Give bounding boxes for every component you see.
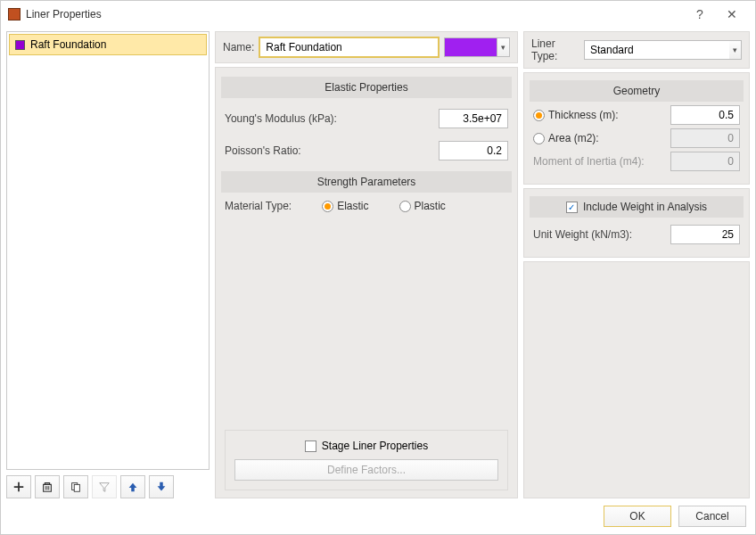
right-filler <box>523 261 750 498</box>
move-down-button[interactable] <box>149 475 174 498</box>
main-properties-panel: Elastic Properties Young's Modulus (kPa)… <box>215 67 518 498</box>
area-input <box>670 128 740 148</box>
moment-input <box>670 152 740 171</box>
liner-list[interactable]: Raft Foundation <box>6 31 210 470</box>
cancel-button[interactable]: Cancel <box>678 506 746 527</box>
unit-weight-label: Unit Weight (kN/m3): <box>533 228 632 241</box>
move-up-button[interactable] <box>120 475 145 498</box>
right-column: Liner Type: ▾ Geometry Thickness (m): Ar… <box>523 31 750 498</box>
material-elastic-radio[interactable]: Elastic <box>322 200 368 212</box>
stage-checkbox-box <box>305 440 316 452</box>
color-picker[interactable] <box>444 37 497 57</box>
thickness-input[interactable] <box>670 105 740 125</box>
help-button[interactable]: ? <box>684 7 716 21</box>
liner-type-value[interactable] <box>584 40 729 60</box>
liner-item-label: Raft Foundation <box>30 38 106 51</box>
liner-type-select[interactable]: ▾ <box>584 40 742 60</box>
color-dropdown[interactable]: ▾ <box>497 37 510 57</box>
include-weight-label: Include Weight in Analysis <box>583 201 707 213</box>
include-weight-box: ✓ <box>566 202 578 213</box>
include-weight-checkbox[interactable]: ✓ Include Weight in Analysis <box>530 196 744 218</box>
filter-button[interactable] <box>92 475 117 498</box>
liner-type-label: Liner Type: <box>531 37 579 62</box>
add-button[interactable] <box>6 475 31 498</box>
dialog-body: Raft Foundation Name: ▾ Elastic Properti… <box>1 28 755 498</box>
material-elastic-label: Elastic <box>337 200 368 212</box>
moment-label: Moment of Inertia (m4): <box>533 155 645 168</box>
material-plastic-label: Plastic <box>415 200 446 212</box>
thickness-label: Thickness (m): <box>548 109 619 121</box>
liner-color-swatch <box>15 40 25 50</box>
material-plastic-radio[interactable]: Plastic <box>399 200 446 212</box>
window-title: Liner Properties <box>26 8 684 21</box>
poisson-label: Poisson's Ratio: <box>225 144 301 157</box>
properties-column: Name: ▾ Elastic Properties Young's Modul… <box>215 31 518 498</box>
chevron-down-icon: ▾ <box>729 40 742 60</box>
poisson-input[interactable] <box>439 141 508 160</box>
liner-type-panel: Liner Type: ▾ <box>523 31 750 69</box>
name-panel: Name: ▾ <box>215 31 518 63</box>
youngs-input[interactable] <box>439 109 508 128</box>
list-toolbar <box>6 470 210 498</box>
material-type-label: Material Type: <box>225 200 292 212</box>
thickness-radio[interactable]: Thickness (m): <box>533 109 619 121</box>
area-radio[interactable]: Area (m2): <box>533 132 599 144</box>
svg-rect-1 <box>74 484 79 491</box>
close-button[interactable]: ✕ <box>716 7 748 21</box>
define-factors-button[interactable]: Define Factors... <box>234 459 498 481</box>
geometry-panel: Geometry Thickness (m): Area (m2): Momen… <box>523 72 750 185</box>
unit-weight-input[interactable] <box>670 225 740 244</box>
stage-panel: Stage Liner Properties Define Factors... <box>225 430 508 490</box>
name-label: Name: <box>223 41 254 54</box>
area-label: Area (m2): <box>548 132 599 144</box>
stage-checkbox[interactable]: Stage Liner Properties <box>305 440 428 452</box>
app-icon <box>8 8 21 21</box>
liner-list-item[interactable]: Raft Foundation <box>9 34 207 55</box>
copy-button[interactable] <box>63 475 88 498</box>
weight-panel: ✓ Include Weight in Analysis Unit Weight… <box>523 188 750 258</box>
ok-button[interactable]: OK <box>604 506 671 527</box>
stage-checkbox-label: Stage Liner Properties <box>322 440 428 452</box>
delete-button[interactable] <box>35 475 60 498</box>
name-input[interactable] <box>259 37 439 57</box>
titlebar: Liner Properties ? ✕ <box>1 1 755 28</box>
liner-list-column: Raft Foundation <box>6 31 210 498</box>
dialog-footer: OK Cancel <box>1 498 755 534</box>
youngs-label: Young's Modulus (kPa): <box>225 112 337 125</box>
strength-header: Strength Parameters <box>221 171 512 193</box>
elastic-header: Elastic Properties <box>221 77 512 98</box>
geometry-header: Geometry <box>530 80 744 102</box>
